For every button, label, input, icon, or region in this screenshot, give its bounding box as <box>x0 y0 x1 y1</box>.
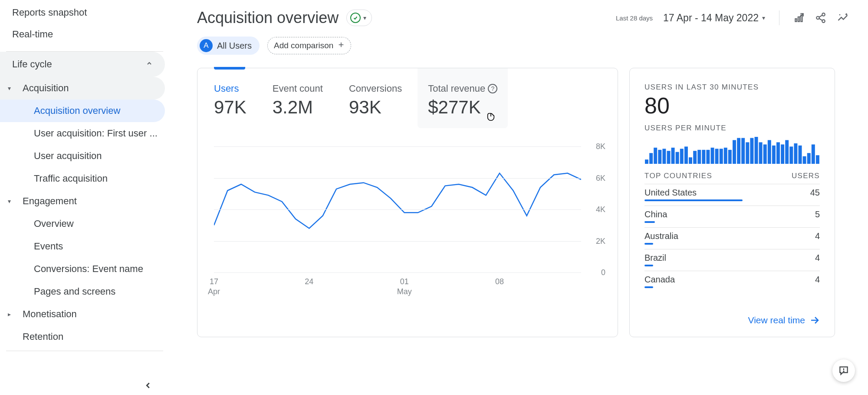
add-comparison-button[interactable]: Add comparison <box>267 37 351 54</box>
svg-rect-27 <box>720 149 723 164</box>
metric-value: 3.2M <box>273 97 323 118</box>
x-axis-tick: 24 <box>305 277 313 287</box>
svg-point-52 <box>843 371 844 372</box>
svg-rect-44 <box>794 143 797 164</box>
status-chip[interactable]: ▾ <box>346 10 372 26</box>
svg-rect-29 <box>728 150 732 164</box>
svg-rect-28 <box>724 148 727 164</box>
y-axis-tick: 6K <box>596 173 605 183</box>
collapse-sidebar-button[interactable] <box>143 379 153 393</box>
svg-rect-16 <box>671 148 675 164</box>
country-name: Canada <box>644 275 675 285</box>
x-axis-tick: 17 Apr <box>208 277 220 296</box>
share-icon[interactable] <box>815 12 826 23</box>
sidebar-section-life-cycle[interactable]: Life cycle <box>0 52 165 77</box>
realtime-title: USERS IN LAST 30 MINUTES <box>644 83 820 92</box>
metric-conversions[interactable]: Conversions93K <box>349 83 402 128</box>
svg-rect-38 <box>768 140 771 164</box>
sidebar-item-engagement[interactable]: ▾Engagement <box>0 190 165 212</box>
sidebar-item-acquisition[interactable]: ▾Acquisition <box>0 77 165 100</box>
sidebar-item-conversions-event-name[interactable]: Conversions: Event name <box>0 258 165 280</box>
metric-value: 93K <box>349 97 402 118</box>
segment-badge: A <box>200 39 213 52</box>
sidebar-item-real-time[interactable]: Real-time <box>0 23 169 45</box>
country-users: 5 <box>815 209 820 219</box>
sidebar-item-traffic-acquisition[interactable]: Traffic acquisition <box>0 167 165 190</box>
svg-line-6 <box>819 15 822 17</box>
svg-line-7 <box>819 19 822 21</box>
feedback-button[interactable] <box>832 359 855 382</box>
svg-point-5 <box>822 20 825 23</box>
sidebar-item-events[interactable]: Events <box>0 235 165 258</box>
metric-users[interactable]: Users97K <box>214 83 247 128</box>
svg-rect-22 <box>697 150 701 164</box>
x-axis-tick: 08 <box>495 277 504 287</box>
y-axis-tick: 4K <box>596 205 605 214</box>
metric-value: $277K <box>428 97 497 118</box>
country-bar <box>644 199 743 201</box>
svg-rect-47 <box>807 153 811 164</box>
svg-rect-33 <box>746 142 749 164</box>
svg-rect-45 <box>799 146 802 164</box>
segment-all-users[interactable]: A All Users <box>197 37 260 55</box>
sidebar-item-acquisition-overview[interactable]: Acquisition overview <box>0 100 165 122</box>
users-per-minute-chart <box>644 137 820 164</box>
chevron-down-icon: ▾ <box>363 14 366 21</box>
country-users: 4 <box>815 275 820 285</box>
svg-rect-23 <box>702 150 705 164</box>
country-row: Brazil4 <box>644 249 820 271</box>
view-real-time-label: View real time <box>748 315 806 325</box>
svg-rect-17 <box>676 152 679 164</box>
sidebar-section-label: Life cycle <box>12 59 52 70</box>
insights-icon[interactable] <box>837 12 849 24</box>
sidebar: Reports snapshotReal-time Life cycle ▾Ac… <box>0 0 169 395</box>
y-axis-tick: 8K <box>596 142 605 151</box>
sidebar-item-overview[interactable]: Overview <box>0 212 165 235</box>
help-icon[interactable]: ? <box>488 84 497 93</box>
svg-rect-25 <box>711 148 714 164</box>
svg-rect-18 <box>680 149 684 164</box>
date-preset-label: Last 28 days <box>616 14 653 22</box>
date-range-picker[interactable]: 17 Apr - 14 May 2022 ▾ <box>663 12 765 24</box>
sidebar-item-retention[interactable]: Retention <box>0 325 165 348</box>
realtime-card: USERS IN LAST 30 MINUTES 80 USERS PER MI… <box>629 68 835 337</box>
svg-rect-39 <box>772 146 776 164</box>
svg-rect-36 <box>759 142 763 164</box>
title-row: Acquisition overview ▾ Last 28 days 17 A… <box>197 9 849 27</box>
chevron-up-icon <box>146 60 153 69</box>
segments-row: A All Users Add comparison <box>197 37 849 55</box>
svg-rect-11 <box>649 153 653 164</box>
x-axis-tick: 01 May <box>397 277 412 296</box>
realtime-users-count: 80 <box>644 93 820 119</box>
metric-event-count[interactable]: Event count3.2M <box>273 83 323 128</box>
svg-rect-40 <box>776 142 780 164</box>
svg-rect-13 <box>658 150 661 164</box>
triangle-down-icon: ▾ <box>8 85 11 92</box>
svg-rect-14 <box>662 149 666 164</box>
top-countries-header: TOP COUNTRIES <box>644 172 712 180</box>
country-users: 45 <box>810 188 820 198</box>
metric-label: Event count <box>273 83 323 94</box>
svg-rect-41 <box>781 144 784 164</box>
svg-rect-26 <box>715 149 719 164</box>
metric-total-revenue[interactable]: Total revenue?$277K <box>418 68 508 128</box>
svg-rect-37 <box>763 144 767 164</box>
sidebar-item-user-acquisition-first-user[interactable]: User acquisition: First user ... <box>0 122 165 145</box>
svg-rect-48 <box>812 144 815 164</box>
metric-value: 97K <box>214 97 247 118</box>
view-real-time-link[interactable]: View real time <box>748 315 820 325</box>
sidebar-item-monetisation[interactable]: ▸Monetisation <box>0 303 165 325</box>
sidebar-item-user-acquisition[interactable]: User acquisition <box>0 145 165 167</box>
divider <box>779 10 779 25</box>
y-axis-tick: 2K <box>596 236 605 246</box>
triangle-right-icon: ▸ <box>8 311 11 318</box>
svg-rect-32 <box>741 138 745 164</box>
svg-rect-19 <box>684 146 688 164</box>
sidebar-item-pages-and-screens[interactable]: Pages and screens <box>0 280 165 303</box>
sidebar-item-reports-snapshot[interactable]: Reports snapshot <box>0 2 169 23</box>
add-comparison-label: Add comparison <box>274 41 333 50</box>
svg-rect-21 <box>693 151 697 164</box>
chevron-down-icon: ▾ <box>762 14 765 21</box>
segment-label: All Users <box>217 41 252 51</box>
customize-report-icon[interactable] <box>793 12 805 23</box>
